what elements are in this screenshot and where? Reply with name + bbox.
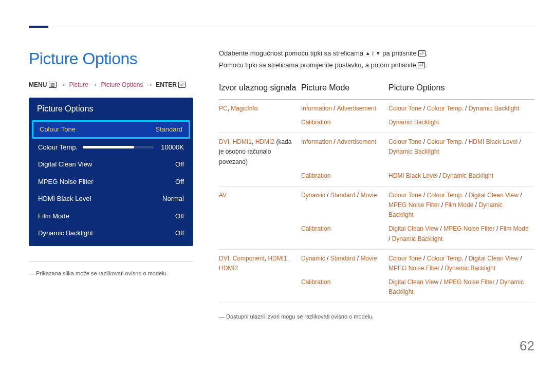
table-row: DVI, Component, HDMI1, HDMI2Dynamic / St…	[219, 249, 534, 275]
osd-item-dynamic-backlight[interactable]: Dynamic BacklightOff	[29, 225, 193, 242]
table-row: AVDynamic / Standard / MovieColour Tone …	[219, 186, 534, 222]
table-row: CalibrationDynamic Backlight	[219, 116, 534, 133]
osd-item-colour-temp-[interactable]: Colour Temp.10000K	[29, 139, 193, 156]
osd-panel: Picture Options Colour ToneStandardColou…	[29, 98, 193, 246]
options-table: Izvor ulaznog signala Picture Mode Pictu…	[219, 82, 534, 303]
osd-item-value: Off	[175, 159, 184, 170]
osd-item-value: Off	[175, 177, 184, 187]
osd-item-hdmi-black-level[interactable]: HDMI Black LevelNormal	[29, 190, 193, 208]
table-row: CalibrationDigital Clean View / MPEG Noi…	[219, 222, 534, 249]
table-row: CalibrationDigital Clean View / MPEG Noi…	[219, 275, 534, 303]
top-divider	[51, 27, 534, 27]
breadcrumb-menu: MENU	[29, 81, 47, 88]
page-number: 62	[520, 336, 534, 356]
th-mode: Picture Mode	[301, 82, 388, 100]
osd-item-mpeg-noise-filter[interactable]: MPEG Noise FilterOff	[29, 173, 193, 191]
osd-item-label: Film Mode	[38, 211, 69, 221]
table-row: DVI, HDMI1, HDMI2 (kada je osobno računa…	[219, 133, 534, 169]
enter-icon: ⏎	[418, 50, 425, 57]
menu-icon: ▥	[49, 82, 57, 88]
osd-item-film-mode[interactable]: Film ModeOff	[29, 208, 193, 225]
enter-icon: ⏎	[178, 82, 186, 88]
breadcrumb-enter: ENTER	[156, 81, 177, 88]
arrow-down-icon: ▼	[376, 50, 381, 56]
osd-item-label: Dynamic Backlight	[38, 228, 93, 238]
note-right: ― Dostupni ulazni izvori mogu se razliko…	[219, 312, 534, 321]
osd-item-value: Off	[175, 211, 184, 221]
osd-item-label: MPEG Noise Filter	[38, 177, 94, 187]
th-source: Izvor ulaznog signala	[219, 82, 301, 100]
osd-item-value: Off	[175, 228, 184, 238]
th-options: Picture Options	[388, 82, 534, 100]
divider	[29, 262, 193, 262]
section-marker-icon	[29, 26, 48, 28]
breadcrumb-picture: Picture	[69, 81, 88, 88]
osd-item-digital-clean-view[interactable]: Digital Clean ViewOff	[29, 156, 193, 173]
osd-item-label: Digital Clean View	[38, 159, 92, 170]
osd-item-label: Colour Tone	[40, 124, 76, 135]
note-left: ―Prikazana slika može se razlikovati ovi…	[29, 269, 193, 278]
arrow-up-icon: ▲	[365, 50, 371, 56]
osd-item-value: Standard	[155, 124, 182, 135]
osd-item-colour-tone[interactable]: Colour ToneStandard	[32, 120, 190, 139]
osd-title: Picture Options	[29, 98, 193, 120]
table-row: PC, MagicInfoInformation / Advertisement…	[219, 99, 534, 116]
intro-text: Odaberite mogućnost pomoću tipki sa stre…	[219, 47, 534, 71]
osd-item-label: Colour Temp.	[38, 142, 78, 153]
breadcrumb-picture-options: Picture Options	[101, 81, 143, 88]
osd-item-value: Normal	[162, 194, 184, 204]
enter-icon: ⏎	[418, 62, 425, 68]
osd-item-value: 10000K	[161, 142, 184, 153]
table-row: CalibrationHDMI Black Level / Dynamic Ba…	[219, 169, 534, 186]
osd-item-label: HDMI Black Level	[38, 194, 91, 204]
slider-icon[interactable]	[83, 146, 154, 148]
